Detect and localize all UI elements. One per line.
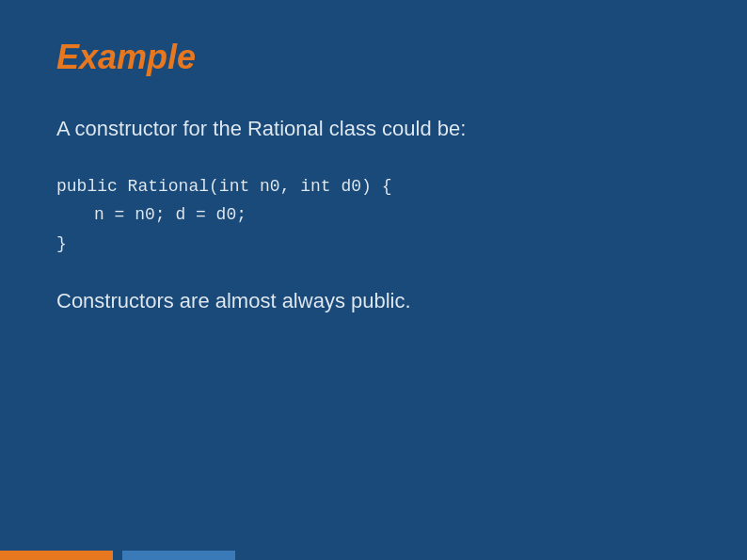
code-line-3: }: [56, 230, 691, 259]
bar-segment-blue: [122, 551, 235, 560]
slide-subtitle: A constructor for the Rational class cou…: [56, 115, 691, 144]
code-block: public Rational(int n0, int d0) { n = n0…: [56, 172, 691, 259]
code-line-2: n = n0; d = d0;: [56, 200, 691, 230]
bottom-bar: [0, 551, 747, 560]
slide-conclusion: Constructors are almost always public.: [56, 287, 691, 316]
slide: Example A constructor for the Rational c…: [0, 0, 747, 560]
bar-segment-orange: [0, 551, 113, 560]
slide-title: Example: [56, 38, 691, 77]
code-line-1: public Rational(int n0, int d0) {: [56, 172, 691, 201]
